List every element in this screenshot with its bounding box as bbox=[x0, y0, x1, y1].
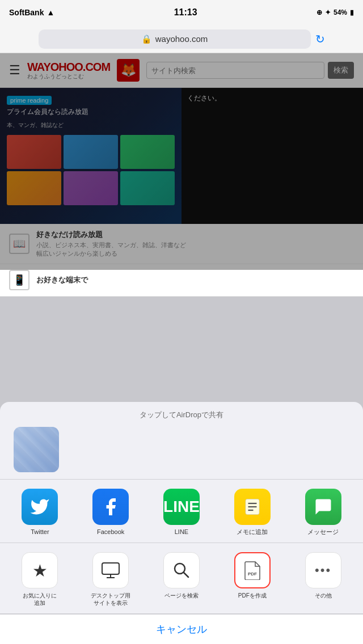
status-time: 11:13 bbox=[174, 7, 197, 18]
line-app-icon: LINE bbox=[163, 489, 200, 525]
status-bar: SoftBank ▲ 11:13 ⊕ ✦ 54% ▮ bbox=[0, 0, 363, 25]
app-item-twitter[interactable]: Twitter bbox=[9, 489, 71, 536]
more-icon-box: ••• bbox=[305, 552, 341, 588]
cancel-button[interactable]: キャンセル bbox=[156, 622, 207, 636]
search-page-label: ページを検索 bbox=[164, 592, 199, 599]
status-right: ⊕ ✦ 54% ▮ bbox=[316, 9, 354, 16]
feature-text-wrap-2: お好きな端末で bbox=[36, 275, 88, 285]
search-icon-box bbox=[163, 552, 200, 588]
app-item-line[interactable]: LINE LINE bbox=[150, 489, 213, 536]
airdrop-device-1[interactable] bbox=[14, 427, 59, 472]
monitor-icon bbox=[101, 562, 120, 579]
app-row: Twitter Facebook LINE LINE bbox=[0, 480, 363, 543]
message-app-icon bbox=[305, 489, 341, 525]
memo-app-icon bbox=[234, 489, 271, 525]
bookmark-label: お気に入りに追加 bbox=[23, 592, 57, 607]
facebook-label: Facebook bbox=[97, 528, 124, 536]
reload-button[interactable]: ↻ bbox=[315, 32, 325, 46]
url-text: wayohoo.com bbox=[155, 34, 208, 44]
pdf-doc-icon: PDF bbox=[244, 561, 261, 580]
action-item-bookmark[interactable]: ★ お気に入りに追加 bbox=[9, 552, 71, 607]
overlay bbox=[0, 53, 363, 270]
url-field[interactable]: 🔒 wayohoo.com bbox=[39, 29, 311, 49]
cancel-bar: キャンセル bbox=[0, 614, 363, 644]
battery-text: 54% bbox=[334, 9, 347, 16]
more-label: その他 bbox=[315, 592, 332, 599]
feature-title-2: お好きな端末で bbox=[36, 275, 88, 285]
device-blur-1 bbox=[14, 427, 59, 472]
bluetooth-icon: ✦ bbox=[325, 9, 331, 16]
url-bar: 🔒 wayohoo.com ↻ bbox=[0, 25, 363, 53]
twitter-label: Twitter bbox=[31, 528, 49, 536]
search-page-icon bbox=[173, 562, 190, 579]
action-item-desktop[interactable]: デスクトップ用サイトを表示 bbox=[79, 552, 142, 607]
bookmark-icon-box: ★ bbox=[22, 552, 58, 588]
desktop-label: デスクトップ用サイトを表示 bbox=[91, 592, 130, 607]
desktop-icon-box bbox=[92, 552, 129, 588]
airdrop-devices bbox=[9, 427, 354, 472]
svg-text:PDF: PDF bbox=[248, 571, 257, 577]
airdrop-section: タップしてAirDropで共有 bbox=[0, 402, 363, 480]
airdrop-title: タップしてAirDropで共有 bbox=[9, 410, 354, 420]
pdf-icon-inner: PDF bbox=[244, 561, 261, 580]
pdf-icon-box: PDF bbox=[234, 552, 271, 588]
pdf-label: PDFを作成 bbox=[238, 592, 267, 599]
carrier-text: SoftBank bbox=[9, 8, 44, 17]
message-label: メッセージ bbox=[307, 528, 339, 536]
star-icon: ★ bbox=[32, 561, 48, 581]
more-dots-icon: ••• bbox=[315, 563, 331, 578]
line-label: LINE bbox=[175, 528, 188, 536]
app-item-message[interactable]: メッセージ bbox=[292, 489, 354, 536]
battery-icon: ▮ bbox=[350, 9, 354, 16]
twitter-app-icon bbox=[22, 489, 58, 525]
action-item-search[interactable]: ページを検索 bbox=[150, 552, 213, 607]
feature-icon-2: 📱 bbox=[9, 270, 29, 290]
location-icon: ⊕ bbox=[316, 9, 322, 16]
wifi-icon: ▲ bbox=[47, 8, 54, 17]
app-item-memo[interactable]: メモに追加 bbox=[221, 489, 284, 536]
svg-rect-4 bbox=[102, 563, 119, 574]
web-content-area: ☰ WAYOHOO.COM わようふうどっとこむ 🦊 検索 prime read… bbox=[0, 53, 363, 270]
app-item-facebook[interactable]: Facebook bbox=[79, 489, 142, 536]
lock-icon: 🔒 bbox=[141, 34, 152, 44]
facebook-app-icon bbox=[92, 489, 129, 525]
action-item-more[interactable]: ••• その他 bbox=[292, 552, 354, 607]
share-sheet: タップしてAirDropで共有 Twitter Facebook bbox=[0, 402, 363, 644]
action-row: ★ お気に入りに追加 デスクトップ用サイトを表示 ペ bbox=[0, 543, 363, 614]
status-left: SoftBank ▲ bbox=[9, 8, 54, 17]
memo-label: メモに追加 bbox=[237, 528, 268, 536]
action-item-pdf[interactable]: PDF PDFを作成 bbox=[221, 552, 284, 607]
svg-line-8 bbox=[184, 573, 188, 577]
